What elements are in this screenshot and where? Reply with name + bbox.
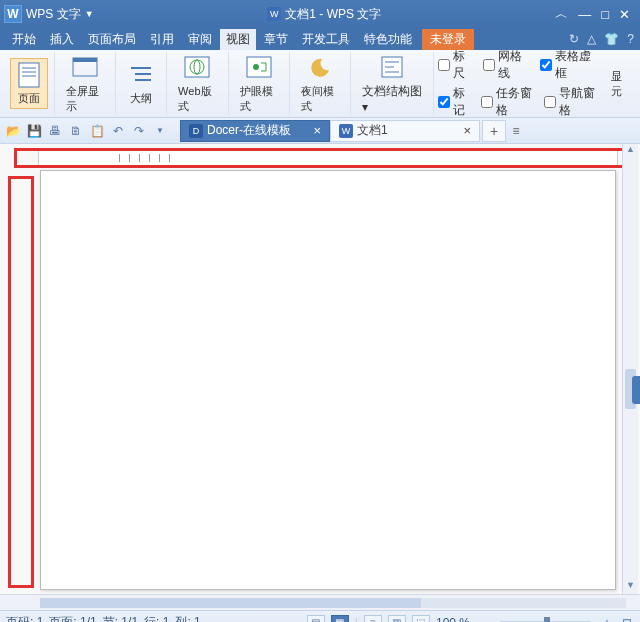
annotation-box-horizontal (14, 148, 630, 168)
eye-icon (245, 54, 273, 82)
maximize-button[interactable]: □ (601, 7, 609, 22)
outline-icon (127, 61, 155, 89)
status-page-code[interactable]: 页码: 1 (6, 614, 43, 622)
title-bar: W WPS 文字 ▼ W 文档1 - WPS 文字 ︿ — □ ✕ (0, 0, 640, 28)
scroll-up-icon[interactable]: ▲ (623, 144, 638, 158)
scroll-down-icon[interactable]: ▼ (623, 580, 638, 594)
status-col[interactable]: 列: 1 (175, 614, 200, 622)
view-mode-1[interactable]: ▤ (307, 615, 325, 623)
menu-review[interactable]: 审阅 (182, 29, 218, 50)
fullscreen-icon (71, 54, 99, 82)
undo-button[interactable]: ↶ (109, 122, 127, 140)
status-page[interactable]: 页面: 1/1 (49, 614, 96, 622)
menu-start[interactable]: 开始 (6, 29, 42, 50)
menu-bar: 开始 插入 页面布局 引用 审阅 视图 章节 开发工具 特色功能 未登录 ↻ △… (0, 28, 640, 50)
ribbon: 页面 全屏显示 大纲 Web版式 护眼模式 夜间模式 (0, 50, 640, 118)
refresh-icon[interactable]: ↻ (569, 32, 579, 46)
status-section[interactable]: 节: 1/1 (103, 614, 138, 622)
doc-structure-button[interactable]: 文档结构图 ▾ (357, 50, 427, 117)
view-page-button[interactable]: 页面 (10, 58, 48, 109)
zoom-out-button[interactable]: − (476, 616, 490, 623)
menu-pagelayout[interactable]: 页面布局 (82, 29, 142, 50)
check-table-frame[interactable]: 表格虚框 (540, 48, 600, 82)
structure-icon (378, 53, 406, 81)
tab-list-button[interactable]: ≡ (506, 124, 526, 138)
login-button[interactable]: 未登录 (422, 29, 474, 50)
side-panel-toggle[interactable] (632, 376, 640, 404)
minimize-button[interactable]: — (578, 7, 591, 22)
document-page[interactable] (40, 170, 616, 590)
page-view-icon (15, 61, 43, 89)
fullscreen-button[interactable]: 全屏显示 (61, 51, 109, 117)
moon-icon (306, 54, 334, 82)
doc-icon: W (339, 124, 353, 138)
save-button[interactable]: 💾 (25, 122, 43, 140)
ribbon-collapse-icon[interactable]: ︿ (555, 5, 568, 23)
view-mode-2[interactable]: ▦ (331, 615, 349, 623)
eye-protect-button[interactable]: 护眼模式 (235, 51, 283, 117)
tab-docer[interactable]: D Docer-在线模板 × (180, 120, 330, 142)
web-layout-button[interactable]: Web版式 (173, 51, 221, 117)
zoom-value[interactable]: 100 % (436, 616, 470, 623)
docer-icon: D (189, 124, 203, 138)
skin-icon[interactable]: 👕 (604, 32, 619, 46)
print-preview-button[interactable]: 🗎 (67, 122, 85, 140)
help-icon[interactable]: ? (627, 32, 634, 46)
print-button[interactable]: 🖶 (46, 122, 64, 140)
doc-icon: W (267, 7, 281, 21)
tab-doc1[interactable]: W 文档1 × (330, 120, 480, 142)
tab-close-icon[interactable]: × (463, 123, 471, 138)
svg-rect-5 (73, 58, 97, 62)
night-mode-button[interactable]: 夜间模式 (296, 51, 344, 117)
svg-rect-0 (19, 63, 39, 87)
horizontal-scrollbar[interactable] (0, 594, 640, 610)
open-button[interactable]: 📂 (4, 122, 22, 140)
vertical-scrollbar[interactable]: ▲ ▼ (622, 144, 638, 594)
hscroll-thumb[interactable] (40, 598, 421, 608)
menu-devtools[interactable]: 开发工具 (296, 29, 356, 50)
qat-dropdown[interactable]: ▼ (151, 122, 169, 140)
workspace: ▲ ▼ (0, 144, 640, 594)
svg-point-13 (253, 64, 259, 70)
menu-chapter[interactable]: 章节 (258, 29, 294, 50)
check-ruler[interactable]: 标尺 (438, 48, 475, 82)
app-icon: W (4, 5, 22, 23)
menu-special[interactable]: 特色功能 (358, 29, 418, 50)
check-navpane[interactable]: 导航窗格 (544, 85, 599, 119)
fit-button[interactable]: ⊡ (620, 616, 634, 623)
outline-button[interactable]: 大纲 (122, 58, 160, 109)
menu-insert[interactable]: 插入 (44, 29, 80, 50)
redo-button[interactable]: ↷ (130, 122, 148, 140)
menu-view[interactable]: 视图 (220, 29, 256, 50)
status-bar: 页码: 1 页面: 1/1 节: 1/1 行: 1 列: 1 ▤ ▦ | ≡ ▥… (0, 610, 640, 622)
view-mode-5[interactable]: ⬚ (412, 615, 430, 623)
menu-references[interactable]: 引用 (144, 29, 180, 50)
check-markup[interactable]: 标记 (438, 85, 472, 119)
tab-add-button[interactable]: + (482, 120, 506, 142)
check-taskpane[interactable]: 任务窗格 (481, 85, 536, 119)
status-line[interactable]: 行: 1 (144, 614, 169, 622)
app-name: WPS 文字 (26, 6, 81, 23)
tab-close-icon[interactable]: × (313, 123, 321, 138)
view-mode-4[interactable]: ▥ (388, 615, 406, 623)
paste-button[interactable]: 📋 (88, 122, 106, 140)
ribbon-overflow[interactable]: 显元 (606, 66, 635, 102)
close-button[interactable]: ✕ (619, 7, 630, 22)
window-title: 文档1 - WPS 文字 (285, 6, 381, 23)
zoom-in-button[interactable]: + (600, 616, 614, 623)
cloud-icon[interactable]: △ (587, 32, 596, 46)
view-mode-3[interactable]: ≡ (364, 615, 382, 623)
check-gridlines[interactable]: 网格线 (483, 48, 531, 82)
app-menu-dropdown[interactable]: ▼ (85, 9, 94, 19)
quick-access-toolbar: 📂 💾 🖶 🗎 📋 ↶ ↷ ▼ D Docer-在线模板 × W 文档1 × +… (0, 118, 640, 144)
web-icon (183, 54, 211, 82)
annotation-box-vertical (8, 176, 34, 588)
